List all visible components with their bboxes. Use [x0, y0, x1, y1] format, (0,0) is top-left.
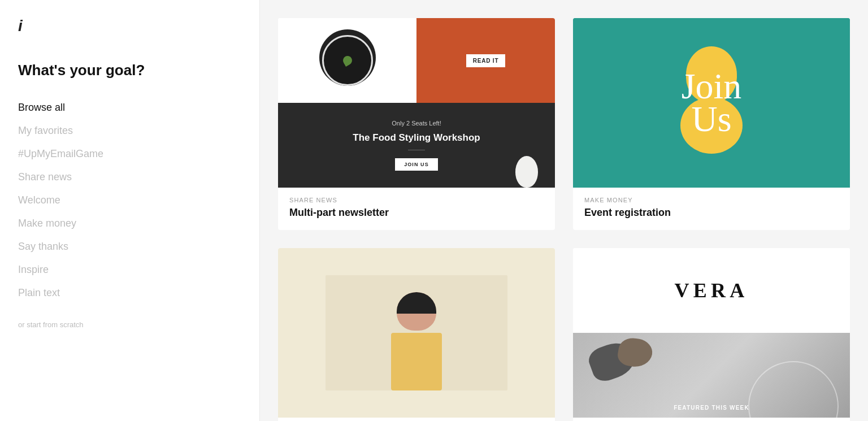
person-hair [397, 292, 436, 313]
start-from-scratch-link[interactable]: or start from scratch [18, 320, 241, 329]
sidebar-item-my-favorites[interactable]: My favorites [18, 119, 241, 142]
sidebar: i What's your goal? Browse all My favori… [0, 0, 260, 421]
food-plate [322, 35, 373, 86]
logo: i [18, 18, 241, 34]
sidebar-item-inspire[interactable]: Inspire [18, 258, 241, 281]
sidebar-item-welcome[interactable]: Welcome [18, 189, 241, 212]
app-logo-icon: i [18, 18, 23, 34]
vera-featured-text: FEATURED THIS WEEK [573, 405, 850, 411]
template-category-make-money: MAKE MONEY [584, 197, 839, 203]
vera-image-area: FEATURED THIS WEEK [573, 333, 850, 418]
vera-logo-area: VERA [573, 248, 850, 333]
food-workshop-area: Only 2 Seats Left! The Food Styling Work… [278, 103, 555, 188]
template-name-newsletter: Multi-part newsletter [289, 207, 544, 219]
food-workshop-title: The Food Styling Workshop [353, 131, 480, 145]
template-card-fashion[interactable]: INSPIRE Featured lookbook [278, 248, 555, 421]
food-plate-area [278, 18, 416, 103]
person-head [397, 292, 436, 331]
template-name-event: Event registration [584, 207, 839, 219]
template-info-newsletter: SHARE NEWS Multi-part newsletter [278, 188, 555, 230]
sidebar-item-browse-all[interactable]: Browse all [18, 96, 241, 119]
fashion-person [326, 275, 508, 390]
sidebar-item-make-money[interactable]: Make money [18, 212, 241, 235]
sidebar-item-plain-text[interactable]: Plain text [18, 281, 241, 305]
food-join-button[interactable]: JOIN US [395, 158, 438, 171]
read-it-button[interactable]: READ IT [466, 54, 506, 67]
food-seats-text: Only 2 Seats Left! [392, 120, 441, 127]
sidebar-item-share-news[interactable]: Share news [18, 166, 241, 189]
join-text: JoinUs [682, 70, 742, 135]
template-image-food: READ IT Only 2 Seats Left! The Food Styl… [278, 18, 555, 188]
template-image-vera: VERA FEATURED THIS WEEK [573, 248, 850, 418]
template-category-share-news: SHARE NEWS [289, 197, 544, 203]
join-text-overlay: JoinUs [682, 70, 742, 135]
vera-shells-bg: FEATURED THIS WEEK [573, 333, 850, 418]
vera-brand-name: VERA [675, 279, 749, 302]
main-content: READ IT Only 2 Seats Left! The Food Styl… [260, 0, 868, 421]
template-card-multi-part-newsletter[interactable]: READ IT Only 2 Seats Left! The Food Styl… [278, 18, 555, 230]
food-leaf-icon [341, 54, 354, 67]
person-silhouette [362, 287, 471, 390]
food-egg-shape [515, 156, 538, 188]
template-image-join: JoinUs [573, 18, 850, 188]
template-image-fashion [278, 248, 555, 418]
templates-grid: READ IT Only 2 Seats Left! The Food Styl… [278, 18, 850, 421]
sidebar-item-say-thanks[interactable]: Say thanks [18, 235, 241, 258]
template-card-event-registration[interactable]: JoinUs MAKE MONEY Event registration [573, 18, 850, 230]
template-info-event: MAKE MONEY Event registration [573, 188, 850, 230]
fashion-photo-frame [326, 275, 508, 390]
template-info-vera: SHARE NEWS Featured this week [573, 418, 850, 421]
food-divider [408, 150, 425, 150]
sidebar-item-up-my-email-game[interactable]: #UpMyEmailGame [18, 142, 241, 166]
nav-list: Browse all My favorites #UpMyEmailGame S… [18, 96, 241, 305]
person-torso [391, 333, 442, 390]
food-orange-area: READ IT [416, 18, 555, 103]
template-card-vera[interactable]: VERA FEATURED THIS WEEK SHARE NEWS Featu… [573, 248, 850, 421]
page-heading: What's your goal? [18, 61, 241, 80]
template-info-fashion: INSPIRE Featured lookbook [278, 418, 555, 421]
